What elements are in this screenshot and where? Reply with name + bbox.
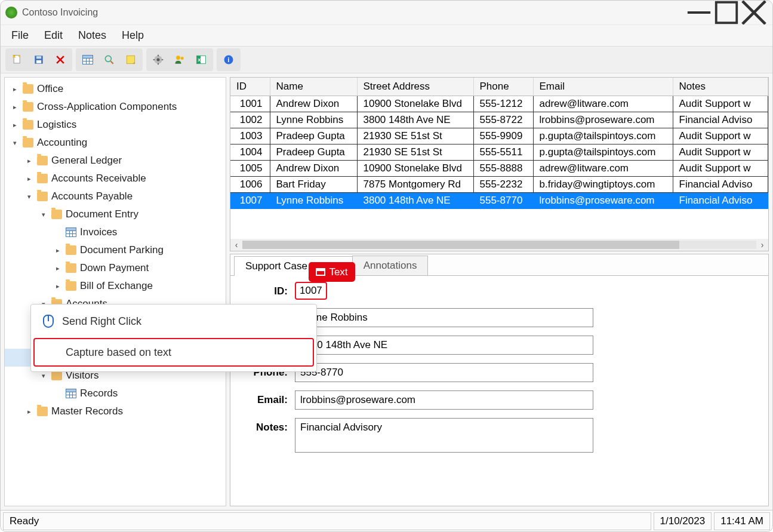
table-cell: 1005 bbox=[230, 161, 270, 177]
horizontal-scrollbar[interactable]: ‹ › bbox=[230, 239, 768, 251]
svg-point-16 bbox=[157, 59, 160, 61]
info-button[interactable]: i bbox=[218, 50, 239, 70]
expand-icon[interactable]: ▸ bbox=[25, 408, 33, 416]
scroll-right-icon[interactable]: › bbox=[756, 240, 768, 250]
expand-icon[interactable]: ▸ bbox=[11, 121, 19, 129]
scroll-left-icon[interactable]: ‹ bbox=[230, 240, 242, 250]
phone-field[interactable] bbox=[295, 363, 593, 382]
table-row[interactable]: 1004Pradeep Gupta21930 SE 51st St555-551… bbox=[230, 144, 768, 161]
expand-icon[interactable]: ▸ bbox=[11, 103, 19, 111]
text-capture-badge[interactable]: Text bbox=[309, 262, 355, 282]
collapse-icon[interactable]: ▾ bbox=[25, 193, 33, 201]
grid-button[interactable] bbox=[77, 50, 98, 70]
tree-item[interactable]: ▾Document Entry bbox=[5, 205, 226, 223]
tree-item[interactable]: ▸Office bbox=[5, 80, 226, 98]
table-row[interactable]: 1003Pradeep Gupta21930 SE 51st St555-990… bbox=[230, 128, 768, 144]
tree-item[interactable]: Records bbox=[5, 385, 226, 402]
settings-button[interactable] bbox=[147, 50, 169, 70]
data-grid[interactable]: IDNameStreet AddressPhoneEmailNotes 1001… bbox=[230, 77, 769, 251]
name-field[interactable] bbox=[295, 308, 593, 327]
excel-button[interactable]: X bbox=[190, 50, 212, 70]
table-cell: 3800 148th Ave NE bbox=[357, 193, 473, 209]
collapse-icon[interactable]: ▾ bbox=[11, 139, 19, 147]
menu-file[interactable]: File bbox=[4, 26, 36, 45]
tree-item[interactable]: ▾Accounts Payable bbox=[5, 187, 226, 205]
tree-item[interactable]: ▸Master Records bbox=[5, 402, 226, 420]
column-header[interactable]: Phone bbox=[473, 78, 533, 96]
notes-label: Notes: bbox=[236, 418, 295, 433]
table-cell: 1002 bbox=[230, 112, 270, 128]
close-button[interactable] bbox=[740, 3, 768, 22]
table-row[interactable]: 1005Andrew Dixon10900 Stonelake Blvd555-… bbox=[230, 161, 768, 177]
folder-icon bbox=[66, 281, 76, 291]
tree-item[interactable]: ▸Cross-Application Components bbox=[5, 98, 226, 116]
note-button[interactable] bbox=[120, 50, 141, 70]
tree-item-label: Document Entry bbox=[66, 208, 138, 220]
tree-item-label: Logistics bbox=[37, 119, 76, 131]
tree-item-label: Accounting bbox=[37, 137, 87, 149]
menu-help[interactable]: Help bbox=[115, 26, 151, 45]
table-cell: Lynne Robbins bbox=[270, 112, 357, 128]
nav-tree[interactable]: ▸Office▸Cross-Application Components▸Log… bbox=[4, 77, 226, 506]
save-button[interactable] bbox=[28, 50, 50, 70]
expand-icon[interactable]: ▸ bbox=[54, 282, 62, 290]
tree-item-label: General Ledger bbox=[51, 155, 122, 167]
client-area: ▸Office▸Cross-Application Components▸Log… bbox=[1, 73, 772, 510]
tree-item-label: Master Records bbox=[51, 405, 123, 417]
titlebar: Contoso Invoicing bbox=[1, 1, 772, 24]
svg-rect-7 bbox=[36, 56, 41, 59]
email-label: Email: bbox=[236, 390, 295, 406]
tree-item[interactable]: ▸Bill of Exchange bbox=[5, 277, 226, 295]
collapse-icon[interactable]: ▾ bbox=[39, 211, 48, 219]
delete-button[interactable] bbox=[50, 50, 71, 70]
notes-field[interactable] bbox=[295, 418, 593, 453]
table-cell: b.friday@wingtiptoys.com bbox=[533, 177, 673, 193]
column-header[interactable]: Name bbox=[270, 78, 357, 96]
expand-icon[interactable]: ▸ bbox=[54, 247, 62, 254]
collapse-icon[interactable]: ▾ bbox=[39, 372, 48, 380]
column-header[interactable]: Street Address bbox=[357, 78, 473, 96]
table-cell: 10900 Stonelake Blvd bbox=[357, 161, 473, 177]
users-button[interactable] bbox=[169, 50, 190, 70]
ctx-send-right-click[interactable]: Send Right Click bbox=[31, 307, 316, 336]
folder-icon bbox=[66, 263, 76, 273]
app-window: Contoso Invoicing File Edit Notes Help bbox=[0, 0, 773, 532]
table-row[interactable]: 1007Lynne Robbins3800 148th Ave NE555-87… bbox=[230, 193, 768, 209]
column-header[interactable]: Notes bbox=[673, 78, 768, 96]
tab-annotations[interactable]: Annotations bbox=[352, 256, 429, 275]
table-row[interactable]: 1006Bart Friday7875 Montgomery Rd555-223… bbox=[230, 177, 768, 193]
table-cell: Financial Adviso bbox=[673, 193, 768, 209]
tree-item[interactable]: ▸Logistics bbox=[5, 116, 226, 134]
table-cell: Pradeep Gupta bbox=[270, 128, 357, 144]
table-cell: p.gupta@tailspintoys.com bbox=[533, 144, 673, 161]
status-date: 1/10/2023 bbox=[654, 512, 712, 530]
tree-item-label: Accounts Payable bbox=[51, 190, 133, 202]
ctx-capture-based-on-text[interactable]: Capture based on text bbox=[33, 338, 314, 367]
expand-icon[interactable]: ▸ bbox=[25, 175, 33, 183]
table-cell: 1007 bbox=[230, 193, 270, 209]
address-field[interactable] bbox=[295, 336, 593, 355]
expand-icon[interactable]: ▸ bbox=[25, 157, 33, 165]
table-row[interactable]: 1001Andrew Dixon10900 Stonelake Blvd555-… bbox=[230, 96, 768, 112]
tree-item[interactable]: ▸General Ledger bbox=[5, 152, 226, 170]
tree-item[interactable]: ▸Accounts Receivable bbox=[5, 170, 226, 187]
table-row[interactable]: 1002Lynne Robbins3800 148th Ave NE555-87… bbox=[230, 112, 768, 128]
expand-icon[interactable]: ▸ bbox=[54, 265, 62, 272]
minimize-button[interactable] bbox=[685, 3, 713, 22]
tree-item[interactable]: Invoices bbox=[5, 223, 226, 241]
email-field[interactable] bbox=[295, 390, 593, 410]
column-header[interactable]: ID bbox=[230, 78, 270, 96]
table-cell: lrobbins@proseware.com bbox=[533, 193, 673, 209]
folder-icon bbox=[37, 174, 48, 183]
new-button[interactable] bbox=[7, 50, 28, 70]
tree-item[interactable]: ▾Accounting bbox=[5, 134, 226, 152]
search-button[interactable] bbox=[98, 50, 120, 70]
id-field[interactable]: 1007 bbox=[295, 282, 327, 300]
column-header[interactable]: Email bbox=[533, 78, 673, 96]
menu-edit[interactable]: Edit bbox=[37, 26, 70, 45]
maximize-button[interactable] bbox=[713, 3, 740, 22]
tree-item[interactable]: ▸Document Parking bbox=[5, 241, 226, 259]
expand-icon[interactable]: ▸ bbox=[11, 85, 19, 93]
menu-notes[interactable]: Notes bbox=[71, 26, 113, 45]
tree-item[interactable]: ▸Down Payment bbox=[5, 259, 226, 277]
